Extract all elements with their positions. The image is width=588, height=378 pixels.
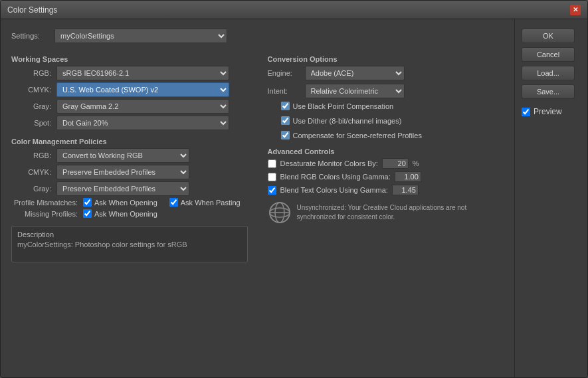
spot-label: Spot: [11,119,51,127]
preview-label: Preview [534,107,562,116]
conversion-options-rows: Engine: Adobe (ACE) Intent: Relative Col… [268,66,504,142]
blend-rgb-checkbox[interactable] [268,173,276,181]
advanced-controls-section: Advanced Controls Desaturate Monitor Col… [268,147,504,227]
title-bar: Color Settings ✕ [1,1,587,19]
ask-opening-check: Ask When Opening [83,198,157,207]
missing-ask-opening-label: Ask When Opening [94,210,157,218]
blend-text-checkbox[interactable] [268,186,276,195]
desaturate-row: Desaturate Monitor Colors By: % [268,158,504,169]
color-management-section: Color Management Policies RGB: Convert t… [11,138,248,221]
scene-referred-row: Compensate for Scene-referred Profiles [281,131,504,140]
scene-referred-checkbox[interactable] [281,131,290,140]
advanced-controls-label: Advanced Controls [268,147,504,155]
ask-pasting-checkbox[interactable] [169,198,178,207]
sync-text: Unsynchronized: Your Creative Cloud appl… [297,203,504,222]
missing-ask-opening-checkbox[interactable] [83,209,92,218]
sync-row: Unsynchronized: Your Creative Cloud appl… [268,198,504,227]
gray-select[interactable]: Gray Gamma 2.2 [56,99,229,114]
intent-row: Intent: Relative Colorimetric [268,84,504,98]
policy-cmyk-select[interactable]: Preserve Embedded Profiles [56,165,189,179]
blend-text-value[interactable] [392,185,419,195]
ask-pasting-check: Ask When Pasting [169,198,241,207]
intent-label: Intent: [268,87,301,95]
missing-ask-opening-check: Ask When Opening [83,209,157,218]
ask-pasting-label: Ask When Pasting [181,199,241,207]
engine-label: Engine: [268,69,301,77]
two-columns: Working Spaces RGB: sRGB IEC61966-2.1 CM… [11,55,504,368]
cancel-button[interactable]: Cancel [522,47,575,62]
settings-row: Settings: myColorSettings [11,29,504,43]
load-button[interactable]: Load... [522,66,575,80]
sidebar: OK Cancel Load... Save... Preview [514,19,587,377]
right-column: Conversion Options Engine: Adobe (ACE) I… [261,55,504,368]
settings-select[interactable]: myColorSettings [54,29,227,43]
blend-text-label: Blend Text Colors Using Gamma: [280,186,388,194]
description-label: Description [17,231,242,238]
left-column: Working Spaces RGB: sRGB IEC61966-2.1 CM… [11,55,248,368]
black-point-checkbox[interactable] [281,102,290,110]
black-point-row: Use Black Point Compensation [281,102,504,110]
blend-rgb-row: Blend RGB Colors Using Gamma: [268,171,504,182]
policy-rgb-row: RGB: Convert to Working RGB [11,148,248,163]
dither-checkbox[interactable] [281,116,290,125]
rgb-select[interactable]: sRGB IEC61966-2.1 [56,66,229,80]
desaturate-unit: % [413,159,419,167]
cmyk-row: CMYK: U.S. Web Coated (SWOP) v2 [11,82,248,97]
policy-gray-select[interactable]: Preserve Embedded Profiles [56,181,189,196]
scene-referred-label: Compensate for Scene-referred Profiles [293,132,422,140]
conversion-options-label: Conversion Options [268,55,504,63]
close-button[interactable]: ✕ [570,5,581,15]
gray-row: Gray: Gray Gamma 2.2 [11,99,248,114]
spot-select[interactable]: Dot Gain 20% [56,116,229,130]
conversion-options-section: Conversion Options Engine: Adobe (ACE) I… [268,55,504,142]
main-content: Settings: myColorSettings Working Spaces… [1,19,514,377]
cmyk-select[interactable]: U.S. Web Coated (SWOP) v2 [56,82,229,97]
description-text: myColorSettings: Photoshop color setting… [17,240,242,248]
color-management-label: Color Management Policies [11,138,248,145]
ok-button[interactable]: OK [522,29,575,43]
desaturate-value[interactable] [382,158,409,169]
cmyk-label: CMYK: [11,86,51,94]
dither-row: Use Dither (8-bit/channel images) [281,116,504,125]
dialog-body: Settings: myColorSettings Working Spaces… [1,19,587,377]
missing-profiles-label: Missing Profiles: [11,210,78,218]
missing-profiles-row: Missing Profiles: Ask When Opening [11,209,248,218]
ask-opening-label: Ask When Opening [94,199,157,207]
intent-select[interactable]: Relative Colorimetric [305,84,405,98]
desaturate-label: Desaturate Monitor Colors By: [280,159,378,167]
settings-label: Settings: [11,32,54,40]
blend-rgb-label: Blend RGB Colors Using Gamma: [280,173,391,181]
policy-cmyk-row: CMYK: Preserve Embedded Profiles [11,165,248,179]
policy-rgb-select[interactable]: Convert to Working RGB [56,148,189,163]
blend-rgb-value[interactable] [395,171,421,182]
working-spaces-section: Working Spaces RGB: sRGB IEC61966-2.1 CM… [11,55,248,132]
desaturate-checkbox[interactable] [268,159,276,168]
gray-label: Gray: [11,102,51,110]
ask-opening-checkbox[interactable] [83,198,92,207]
sync-icon [268,201,292,225]
black-point-label: Use Black Point Compensation [293,102,394,110]
engine-row: Engine: Adobe (ACE) [268,66,504,80]
rgb-label: RGB: [11,69,51,77]
description-section: Description myColorSettings: Photoshop c… [11,226,248,262]
working-spaces-label: Working Spaces [11,55,248,63]
policy-rgb-label: RGB: [11,151,51,159]
save-button[interactable]: Save... [522,84,575,99]
preview-row: Preview [522,107,581,116]
engine-select[interactable]: Adobe (ACE) [305,66,405,80]
dialog-title: Color Settings [7,5,57,15]
dither-label: Use Dither (8-bit/channel images) [293,117,402,125]
profile-mismatches-label: Profile Mismatches: [11,199,78,207]
profile-mismatches-row: Profile Mismatches: Ask When Opening Ask… [11,198,248,207]
policy-gray-row: Gray: Preserve Embedded Profiles [11,181,248,196]
policy-gray-label: Gray: [11,185,51,193]
policy-cmyk-label: CMYK: [11,168,51,176]
preview-checkbox[interactable] [522,108,530,116]
rgb-row: RGB: sRGB IEC61966-2.1 [11,66,248,80]
spot-row: Spot: Dot Gain 20% [11,116,248,130]
color-settings-dialog: Color Settings ✕ Settings: myColorSettin… [0,0,588,378]
blend-text-row: Blend Text Colors Using Gamma: [268,185,504,195]
